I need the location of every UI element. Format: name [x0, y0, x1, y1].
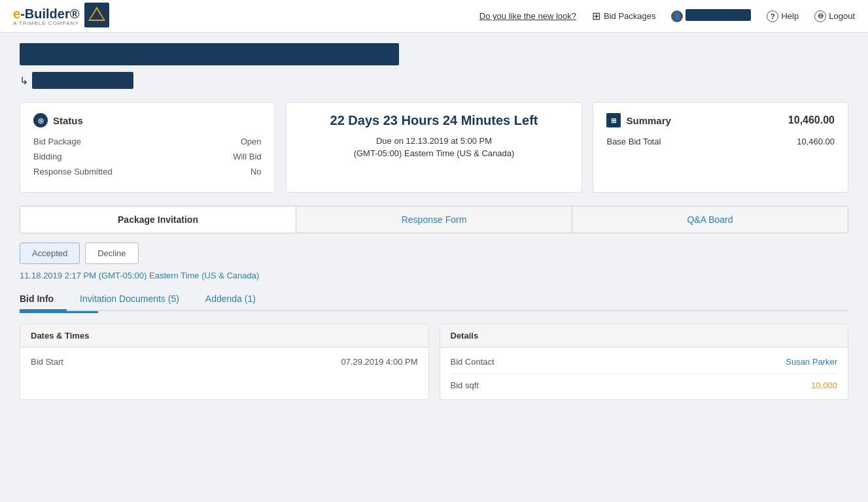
bid-packages-link[interactable]: ⊞ Bid Packages: [592, 10, 656, 22]
help-label: Help: [781, 11, 799, 21]
logo-icon: [84, 3, 109, 29]
sub-tabs: Bid Info Invitation Documents (5) Addend…: [20, 288, 848, 311]
logo-area: e-Builder® A TRIMBLE COMPANY: [13, 3, 109, 29]
accepted-button[interactable]: Accepted: [20, 243, 80, 264]
logout-icon: ⊖: [814, 10, 826, 22]
response-label: Response Submitted: [33, 167, 113, 176]
info-panels: Dates & Times Bid Start 07.29.2019 4:00 …: [20, 324, 848, 400]
status-row-bid-package: Bid Package Open: [33, 137, 262, 146]
dates-times-panel: Dates & Times Bid Start 07.29.2019 4:00 …: [20, 324, 429, 400]
bid-contact-value[interactable]: Susan Parker: [786, 357, 837, 367]
summary-card-header: ⊞ Summary 10,460.00: [606, 113, 835, 127]
sub-tab-invitation-docs[interactable]: Invitation Documents (5): [80, 288, 192, 310]
breadcrumb-sub: ↳: [20, 72, 848, 89]
help-area[interactable]: ? Help: [767, 10, 799, 22]
decline-button[interactable]: Decline: [85, 243, 138, 264]
bid-packages-label: Bid Packages: [604, 11, 656, 21]
logo-builder: -Builder®: [20, 7, 79, 21]
summary-icon: ⊞: [606, 113, 621, 127]
logo-e: e: [13, 7, 20, 21]
status-card-header: ◎ Status: [33, 113, 262, 127]
response-value: No: [251, 167, 262, 176]
bid-package-label: Bid Package: [33, 137, 81, 146]
bidding-value: Will Bid: [233, 152, 261, 161]
base-bid-label: Base Bid Total: [606, 137, 661, 146]
status-fields: Bid Package Open Bidding Will Bid Respon…: [33, 137, 262, 176]
header-nav: Do you like the new look? ⊞ Bid Packages…: [479, 9, 855, 23]
timer-timezone: (GMT-05:00) Eastern Time (US & Canada): [300, 148, 569, 158]
content-area: Accepted Decline 11.18.2019 2:17 PM (GMT…: [0, 233, 868, 413]
sub-tab-underline: [20, 311, 98, 313]
status-title: Status: [53, 115, 83, 126]
tab-package-invitation[interactable]: Package Invitation: [20, 207, 296, 233]
breadcrumb-sub-bar: [32, 72, 133, 89]
logout-label: Logout: [829, 11, 855, 21]
details-body: Bid Contact Susan Parker Bid sqft 10,000: [440, 348, 848, 399]
bid-start-row: Bid Start 07.29.2019 4:00 PM: [31, 357, 418, 367]
summary-base-bid-row: Base Bid Total 10,460.00: [606, 137, 835, 146]
status-icon: ◎: [33, 113, 48, 127]
timer-card: 22 Days 23 Hours 24 Minutes Left Due on …: [286, 102, 583, 193]
summary-amount: 10,460.00: [788, 114, 835, 126]
tab-qa-board[interactable]: Q&A Board: [572, 207, 848, 233]
breadcrumb-bar: [20, 43, 399, 65]
bid-sqft-row: Bid sqft 10,000: [451, 380, 838, 390]
header: e-Builder® A TRIMBLE COMPANY Do you like…: [0, 0, 868, 33]
logout-area[interactable]: ⊖ Logout: [814, 10, 855, 22]
bid-sqft-value: 10,000: [811, 380, 837, 390]
bid-sqft-label: Bid sqft: [451, 380, 479, 390]
dates-times-header: Dates & Times: [20, 324, 428, 348]
details-panel: Details Bid Contact Susan Parker Bid sqf…: [440, 324, 849, 400]
breadcrumb-arrow: ↳: [20, 75, 28, 87]
bid-contact-row: Bid Contact Susan Parker: [451, 357, 838, 374]
tabs-area: Package Invitation Response Form Q&A Boa…: [0, 206, 868, 233]
timer-title: 22 Days 23 Hours 24 Minutes Left: [300, 113, 569, 128]
user-bar: [686, 9, 751, 23]
bid-start-value: 07.29.2019 4:00 PM: [341, 357, 417, 367]
logo-subtitle: A TRIMBLE COMPANY: [13, 20, 79, 26]
grid-icon: ⊞: [592, 10, 600, 22]
summary-card: ⊞ Summary 10,460.00 Base Bid Total 10,46…: [593, 102, 848, 193]
main-tabs: Package Invitation Response Form Q&A Boa…: [20, 206, 848, 233]
new-look-link[interactable]: Do you like the new look?: [479, 11, 576, 21]
bid-start-label: Bid Start: [31, 357, 63, 367]
logo: e-Builder® A TRIMBLE COMPANY: [13, 7, 79, 26]
bidding-label: Bidding: [33, 152, 61, 161]
base-bid-value: 10,460.00: [797, 137, 835, 146]
breadcrumb-area: ↳: [0, 33, 868, 95]
help-icon: ?: [767, 10, 778, 22]
sub-tab-bid-info[interactable]: Bid Info: [20, 288, 67, 311]
status-row-response: Response Submitted No: [33, 167, 262, 176]
invitation-date: 11.18.2019 2:17 PM (GMT-05:00) Eastern T…: [20, 271, 848, 280]
timer-due: Due on 12.13.2019 at 5:00 PM: [300, 136, 569, 146]
bid-package-value: Open: [241, 137, 262, 146]
summary-title: Summary: [626, 115, 670, 126]
bid-contact-label: Bid Contact: [451, 357, 495, 367]
status-card: ◎ Status Bid Package Open Bidding Will B…: [20, 102, 275, 193]
user-icon: 👤: [671, 10, 683, 22]
status-row-bidding: Bidding Will Bid: [33, 152, 262, 161]
action-buttons: Accepted Decline: [20, 243, 848, 264]
user-area: 👤: [671, 9, 751, 23]
cards-row: ◎ Status Bid Package Open Bidding Will B…: [0, 95, 868, 206]
tab-response-form[interactable]: Response Form: [296, 207, 572, 233]
sub-tab-addenda[interactable]: Addenda (1): [205, 288, 269, 310]
details-header: Details: [440, 324, 848, 348]
dates-times-body: Bid Start 07.29.2019 4:00 PM: [20, 348, 428, 376]
